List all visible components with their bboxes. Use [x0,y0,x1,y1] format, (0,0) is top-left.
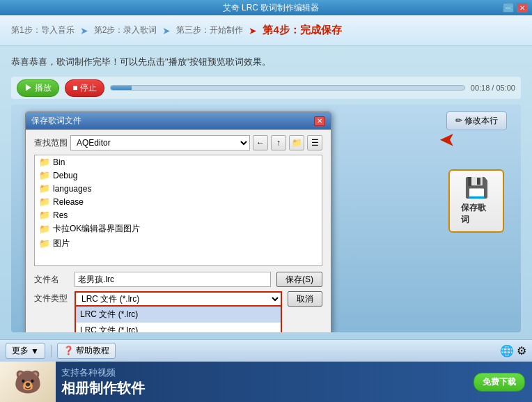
filetype-row: 文件类型 LRC 文件 (*.lrc) TXT 文件 (*.txt) SRT 文… [34,291,322,307]
file-item-name: 卡拉OK编辑器界面图片 [53,223,140,235]
more-button[interactable]: 更多 ▼ [6,343,45,359]
arrow3: ➤ [249,25,257,36]
list-item[interactable]: 📁 Release [35,195,322,208]
dialog-body: 查找范围 AQEditor ← ↑ 📁 ☰ 📁 [26,130,331,312]
congrats-text: 恭喜恭喜，歌词制作完毕！可以先点击"播放"按钮预览歌词效果。 [11,53,521,71]
edit-line-button[interactable]: ✏ 修改本行 [446,111,507,130]
title-bar: 艾奇 LRC 歌词制作编辑器 ─ ✕ [0,0,532,15]
banner-text-area: 支持各种视频 相册制作软件 [56,364,474,401]
window-title: 艾奇 LRC 歌词制作编辑器 [39,2,503,14]
banner-title-text: 相册制作软件 [61,379,468,398]
new-folder-button[interactable]: 📁 [289,135,304,150]
dropdown-item-lrc1[interactable]: LRC 文件 (*.lrc) [76,307,281,323]
more-arrow-icon: ▼ [31,346,39,356]
list-item[interactable]: 📁 Bin [35,155,322,169]
file-item-name: Bin [53,157,65,167]
dialog-toolbar: 查找范围 AQEditor ← ↑ 📁 ☰ [34,135,322,150]
folder-icon: 📁 [39,196,50,207]
status-icons: 🌐 ⚙ [500,344,526,357]
dialog-title: 保存歌词文件 [31,115,81,127]
filetype-container: LRC 文件 (*.lrc) TXT 文件 (*.txt) SRT 文件 (*.… [75,291,282,307]
list-item[interactable]: 📁 Debug [35,169,322,182]
folder-icon: 📁 [39,224,50,234]
search-label: 查找范围 [34,137,68,149]
steps-bar: 第1步：导入音乐 ➤ 第2步：录入歌词 ➤ 第三步：开始制作 ➤ 第4步：完成保… [0,15,532,46]
filetype-label: 文件类型 [34,291,69,304]
right-panel: ✏ 修改本行 ➤ 💾 保存歌词 [446,111,507,233]
time-display: 00:18 / 05:00 [471,84,515,92]
dialog-title-bar: 保存歌词文件 ✕ [26,112,331,130]
save-disk-icon: 💾 [464,176,489,199]
folder-icon: 📁 [39,210,50,220]
player-bar: ▶ 播放 ■ 停止 00:18 / 05:00 [11,77,521,99]
filetype-select[interactable]: LRC 文件 (*.lrc) TXT 文件 (*.txt) SRT 文件 (*.… [75,291,282,307]
file-item-name: Debug [53,171,77,180]
cancel-button[interactable]: 取消 [288,291,322,307]
stop-button[interactable]: ■ 停止 [65,79,104,97]
list-item[interactable]: 📁 Res [35,208,322,222]
save-dialog: 保存歌词文件 ✕ 查找范围 AQEditor ← ↑ [25,111,331,332]
save-lyrics-button[interactable]: 💾 保存歌词 [448,169,504,233]
settings-icon: ⚙ [517,344,526,357]
list-item[interactable]: 📁 languages [35,182,322,195]
filetype-dropdown[interactable]: LRC 文件 (*.lrc) LRC 文件 (*.lrc) TXT 文件 (*.… [75,307,282,332]
step2-label: 第2步：录入歌词 [94,24,157,36]
view-button[interactable]: ☰ [307,135,322,150]
file-item-name: 图片 [53,238,70,249]
help-button[interactable]: ❓ 帮助教程 [57,343,116,359]
step3-label: 第三步：开始制作 [176,24,243,36]
dropdown-item-lrc2[interactable]: LRC 文件 (*.lrc) [76,323,281,332]
lower-area: 保存歌词文件 ✕ 查找范围 AQEditor ← ↑ [11,105,521,332]
list-item[interactable]: 📁 卡拉OK编辑器界面图片 [35,222,322,236]
file-item-name: languages [53,184,91,194]
minimize-button[interactable]: ─ [503,3,514,13]
save-lyrics-label: 保存歌词 [461,202,492,226]
save-confirm-button[interactable]: 保存(S) [276,272,322,287]
network-icon: 🌐 [500,344,514,357]
arrow2: ➤ [162,25,171,36]
file-item-name: Release [53,197,84,207]
content-area: 恭喜恭喜，歌词制作完毕！可以先点击"播放"按钮预览歌词效果。 ▶ 播放 ■ 停止… [0,46,532,339]
location-select[interactable]: AQEditor [70,135,250,150]
folder-icon: 📁 [39,170,50,180]
bottom-bar: 更多 ▼ ❓ 帮助教程 🌐 ⚙ [0,339,532,362]
folder-icon: 📁 [39,183,50,194]
close-button[interactable]: ✕ [517,3,528,13]
back-button[interactable]: ← [253,135,268,150]
file-item-name: Res [53,210,68,220]
filename-row: 文件名 保存(S) [34,272,322,287]
filename-label: 文件名 [34,274,69,286]
step4-label: 第4步：完成保存 [263,24,341,37]
banner-sub-text: 支持各种视频 [61,366,468,379]
list-item[interactable]: 📁 图片 [35,236,322,251]
folder-icon: 📁 [39,157,50,167]
dialog-close-button[interactable]: ✕ [314,116,325,126]
window-controls: ─ ✕ [503,3,528,13]
progress-bar[interactable] [110,85,465,91]
banner-area: 🐻 支持各种视频 相册制作软件 免费下载 [0,362,532,402]
more-label: 更多 [12,345,29,357]
app-container: 第1步：导入音乐 ➤ 第2步：录入歌词 ➤ 第三步：开始制作 ➤ 第4步：完成保… [0,15,532,402]
up-button[interactable]: ↑ [271,135,286,150]
file-list[interactable]: 📁 Bin 📁 Debug 📁 languages [34,155,322,266]
progress-fill [111,86,132,90]
filename-input[interactable] [75,272,271,287]
banner-cta-button[interactable]: 免费下载 [474,373,525,392]
step1-label: 第1步：导入音乐 [11,24,75,36]
folder-icon: 📁 [39,238,50,249]
play-button[interactable]: ▶ 播放 [17,79,59,97]
arrow1: ➤ [80,25,88,36]
banner-animal-image: 🐻 [0,362,56,402]
